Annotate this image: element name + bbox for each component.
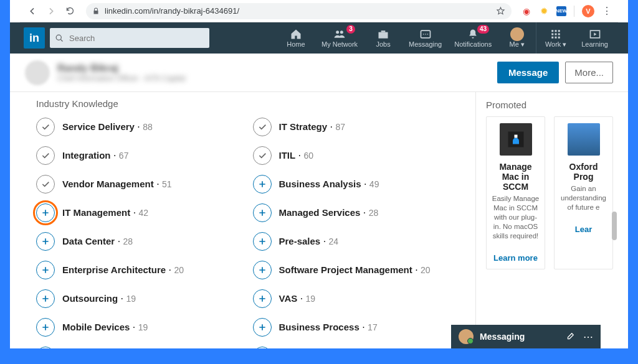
skill-name[interactable]: VAS	[279, 293, 298, 304]
skill-count: 88	[143, 122, 153, 132]
endorse-add-button[interactable]	[253, 318, 272, 337]
skill-name[interactable]: IT Management	[62, 207, 130, 218]
svg-rect-10	[555, 30, 557, 32]
svg-rect-11	[558, 30, 560, 32]
skill-name[interactable]: Service Delivery	[62, 121, 135, 132]
scrollbar-thumb[interactable]	[612, 212, 617, 240]
skill-row: Service Delivery · 88	[36, 118, 248, 136]
skill-row: Data Center · 28	[36, 232, 248, 251]
skill-name[interactable]: Software Project Management	[279, 264, 412, 275]
skill-name[interactable]: Mobile Devices	[62, 322, 130, 332]
endorsed-check-icon[interactable]	[36, 146, 55, 165]
more-button[interactable]: More...	[565, 62, 613, 83]
skill-name[interactable]: Pre-sales	[279, 236, 321, 246]
profile-photo[interactable]	[25, 60, 50, 85]
endorse-add-button[interactable]	[36, 318, 55, 337]
skill-name[interactable]: Vendor Management	[62, 179, 154, 189]
skill-row: IT Management · 42	[36, 203, 248, 222]
skill-count: 49	[369, 179, 379, 189]
endorsed-check-icon[interactable]	[36, 118, 55, 136]
skill-count: 42	[139, 208, 149, 218]
promo-link[interactable]: Lear	[575, 225, 592, 234]
skill-row: Software Project Management · 20	[253, 261, 465, 279]
endorsed-check-icon[interactable]	[36, 175, 55, 194]
endorsed-check-icon[interactable]	[253, 146, 272, 165]
endorsed-check-icon[interactable]	[253, 118, 272, 136]
nav-home[interactable]: Home	[277, 22, 315, 54]
ext-icon-2[interactable]: ✹	[539, 6, 549, 16]
endorse-add-button[interactable]	[36, 261, 55, 279]
nav-me[interactable]: Me ▾	[498, 22, 536, 54]
endorse-add-button[interactable]	[253, 347, 272, 348]
nav-notifications[interactable]: 43 Notifications	[448, 22, 498, 54]
skill-name[interactable]: ITIL	[279, 150, 296, 161]
endorse-add-button[interactable]	[253, 232, 272, 251]
skill-name[interactable]: IT Strategy	[279, 121, 328, 132]
linkedin-navbar: in Home 3 My Network Jobs Mess	[10, 22, 628, 54]
skill-name[interactable]: Business Process	[279, 322, 359, 332]
svg-point-8	[427, 34, 428, 35]
address-bar[interactable]: linkedin.com/in/randy-bikraj-6434691/	[86, 3, 512, 19]
skill-count: 19	[138, 322, 148, 332]
skill-name[interactable]: Integration	[62, 150, 111, 161]
ext-icon-1[interactable]: ◉	[521, 6, 531, 16]
svg-point-0	[56, 35, 61, 40]
reload-button[interactable]	[64, 5, 76, 17]
skill-name[interactable]: Outsourcing	[62, 293, 118, 304]
profile-avatar[interactable]: V	[582, 5, 594, 17]
skills-col-left: Service Delivery · 88Integration · 67Ven…	[36, 118, 248, 348]
promo-image	[568, 123, 600, 156]
skill-row: IT Operations	[36, 347, 248, 348]
compose-icon[interactable]	[566, 331, 576, 343]
skill-count: 20	[174, 265, 184, 275]
nav-messaging[interactable]: Messaging	[402, 22, 448, 54]
ext-icon-3[interactable]: NEW	[556, 6, 566, 16]
promo-card[interactable]: Manage Mac in SCCMEasily Manage Mac in S…	[486, 116, 545, 269]
more-dots-icon[interactable]: ⋯	[583, 331, 593, 343]
network-icon	[333, 28, 346, 40]
profile-header: Randy Bikraj Chief Information Officer -…	[10, 54, 628, 92]
skill-row: Outsourcing · 19	[36, 289, 248, 308]
skill-row: VAS · 19	[253, 289, 465, 308]
skill-count: 19	[306, 294, 316, 304]
skill-name[interactable]: Managed Services	[279, 207, 361, 218]
nav-jobs[interactable]: Jobs	[364, 22, 402, 54]
menu-icon[interactable]: ⋮	[602, 5, 612, 17]
message-button[interactable]: Message	[497, 62, 559, 83]
nav-work[interactable]: Work ▾	[536, 22, 575, 54]
skill-name[interactable]: Business Analysis	[279, 179, 361, 189]
svg-point-7	[425, 34, 426, 35]
endorse-add-button[interactable]	[253, 175, 272, 194]
endorse-add-button[interactable]	[253, 261, 272, 279]
skill-row: Business Process · 17	[253, 318, 465, 337]
messaging-overlay[interactable]: Messaging ⋯	[451, 325, 601, 348]
skill-count: 67	[119, 151, 129, 161]
messaging-label: Messaging	[480, 332, 525, 342]
skill-row: Managed Services · 28	[253, 203, 465, 222]
network-badge: 3	[346, 25, 355, 34]
endorse-add-button[interactable]	[36, 289, 55, 308]
endorse-add-button[interactable]	[36, 232, 55, 251]
search-box[interactable]	[50, 28, 209, 48]
nav-learning[interactable]: Learning	[575, 22, 614, 54]
skill-count: 28	[369, 208, 379, 218]
promo-card[interactable]: Oxford ProgGain an understanding of futu…	[554, 116, 613, 269]
forward-button[interactable]	[45, 5, 57, 17]
side-panel: Promoted Manage Mac in SCCMEasily Manage…	[476, 92, 613, 348]
endorse-add-button[interactable]	[253, 289, 272, 308]
skill-row: Mobile Devices · 19	[36, 318, 248, 337]
promo-title: Manage Mac in SCCM	[492, 162, 540, 192]
skill-name[interactable]: Data Center	[62, 236, 115, 246]
endorse-add-button[interactable]	[253, 203, 272, 222]
search-input[interactable]	[69, 34, 204, 43]
messaging-icon	[419, 28, 432, 40]
star-icon[interactable]	[496, 6, 505, 16]
back-button[interactable]	[26, 5, 39, 17]
svg-rect-15	[551, 36, 553, 38]
endorse-add-button[interactable]	[36, 347, 55, 348]
endorse-add-button[interactable]	[36, 203, 55, 222]
nav-network[interactable]: 3 My Network	[315, 22, 364, 54]
skill-name[interactable]: Enterprise Architecture	[62, 264, 166, 275]
promo-link[interactable]: Learn more	[493, 253, 538, 263]
linkedin-logo[interactable]: in	[24, 27, 45, 49]
